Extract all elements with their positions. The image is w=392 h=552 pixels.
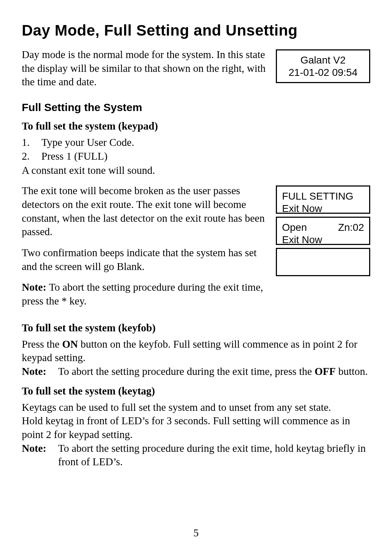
beeps-paragraph: Two confirmation beeps indicate that the… [22, 246, 266, 273]
step-number: 1. [22, 136, 41, 150]
heading-keytag: To full set the system (keytag) [22, 385, 370, 397]
heading-keypad: To full set the system (keypad) [22, 120, 370, 132]
lcd-line1: Galant V2 [282, 54, 364, 66]
after-steps-text: A constant exit tone will sound. [22, 164, 370, 177]
lcd-line2: 21-01-02 09:54 [282, 66, 364, 79]
step-1: 1.Type your User Code. [22, 136, 370, 150]
lcd-display-daymode: Galant V2 21-01-02 09:54 [276, 49, 370, 83]
lcd-line2: Exit Now [282, 203, 364, 215]
lcd-line1-right: Zn:02 [338, 221, 364, 234]
step-2: 2.Press 1 (FULL) [22, 150, 370, 163]
exit-tone-paragraph: The exit tone will become broken as the … [22, 184, 266, 239]
note-abort-keyfob: Note: To abort the setting procedure dur… [22, 365, 370, 379]
page-title: Day Mode, Full Setting and Unsetting [22, 22, 370, 39]
note-abort-keypad: Note: To abort the setting procedure dur… [22, 281, 266, 308]
on-button-label: ON [62, 338, 78, 350]
lcd-line2: Exit Now [282, 234, 364, 246]
step-text: Press 1 (FULL) [41, 150, 107, 162]
lcd-display-blank [276, 248, 370, 276]
step-number: 2. [22, 150, 41, 163]
heading-full-setting: Full Setting the System [22, 101, 370, 114]
note-label: Note: [22, 442, 58, 469]
page-number: 5 [0, 527, 392, 539]
intro-paragraph: Day mode is the normal mode for the syst… [22, 48, 266, 89]
note-text: To abort the setting procedure during th… [22, 281, 263, 307]
heading-keyfob: To full set the system (keyfob) [22, 322, 370, 334]
lcd-line1: FULL SETTING [282, 190, 364, 203]
note-pre: To abort the setting procedure during th… [58, 365, 315, 377]
step-text: Type your User Code. [41, 136, 134, 148]
lcd-display-fullsetting: FULL SETTING Exit Now [276, 185, 370, 214]
off-button-label: OFF [315, 365, 336, 377]
note-post: button. [336, 365, 368, 377]
keytag-paragraph-1: Keytags can be used to full set the syst… [22, 401, 370, 414]
note-text: To abort the setting procedure during th… [58, 442, 370, 469]
note-abort-keytag: Note: To abort the setting procedure dur… [22, 442, 370, 469]
note-label: Note: [22, 365, 58, 379]
lcd-display-open-zone: Open Zn:02 Exit Now [276, 217, 370, 245]
keytag-paragraph-2: Hold keytag in front of LED’s for 3 seco… [22, 414, 370, 441]
lcd-line1-left: Open [282, 221, 307, 234]
keyfob-pre: Press the [22, 338, 62, 350]
keyfob-paragraph: Press the ON button on the keyfob. Full … [22, 338, 370, 365]
note-label: Note: [22, 281, 49, 293]
